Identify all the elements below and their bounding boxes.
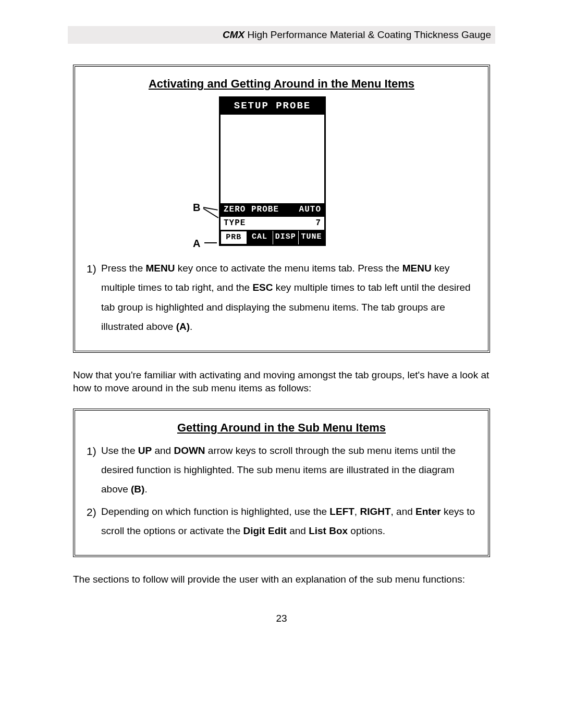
box-activating-menu: Activating and Getting Around in the Men… <box>73 65 490 353</box>
lcd-cell: 7 <box>315 218 321 229</box>
lcd-diagram: B A SETUP PROBE ZERO PROBE AUTO TYPE 7 P… <box>214 96 349 246</box>
header-brand: CMX <box>223 29 244 40</box>
end-paragraph: The sections to follow will provide the … <box>73 573 490 586</box>
step-text: Press the MENU key once to activate the … <box>101 258 476 336</box>
box2-step-1: 1) Use the UP and DOWN arrow keys to scr… <box>87 441 476 499</box>
lcd-tab-cal: CAL <box>247 231 273 244</box>
lcd-tab-disp: DISP <box>273 231 299 244</box>
step-number: 1) <box>87 441 101 499</box>
box1-title: Activating and Getting Around in the Men… <box>87 76 476 92</box>
lcd-tab-bar: PRB CAL DISP TUNE <box>221 230 324 244</box>
step-number: 1) <box>87 258 101 336</box>
box2-step-2: 2) Depending on which function is highli… <box>87 502 476 540</box>
lcd-screen: SETUP PROBE ZERO PROBE AUTO TYPE 7 PRB C… <box>219 96 326 246</box>
lcd-tab-prb: PRB <box>221 231 247 244</box>
step-text: Depending on which function is highlight… <box>101 502 476 540</box>
box1-step-1: 1) Press the MENU key once to activate t… <box>87 258 476 336</box>
lcd-row-type: TYPE 7 <box>221 217 324 230</box>
mid-paragraph: Now that you're familiar with activating… <box>73 368 490 395</box>
lcd-row-zero-probe: ZERO PROBE AUTO <box>221 203 324 217</box>
lcd-cell: TYPE <box>224 218 246 229</box>
callout-line-icon <box>204 242 217 243</box>
page-number: 23 <box>0 612 563 625</box>
box-sub-menu: Getting Around in the Sub Menu Items 1) … <box>73 409 490 557</box>
step-number: 2) <box>87 502 101 540</box>
lcd-title: SETUP PROBE <box>221 98 324 115</box>
lcd-cell: ZERO PROBE <box>224 204 279 216</box>
box2-title: Getting Around in the Sub Menu Items <box>87 420 476 436</box>
callout-label-a: A <box>193 237 200 251</box>
page-header: CMX High Performance Material & Coating … <box>68 26 495 44</box>
step-text: Use the UP and DOWN arrow keys to scroll… <box>101 441 476 499</box>
header-rest: High Performance Material & Coating Thic… <box>244 29 491 40</box>
lcd-blank-area <box>221 115 324 203</box>
callout-label-b: B <box>193 201 200 215</box>
lcd-tab-tune: TUNE <box>299 231 324 244</box>
lcd-cell: AUTO <box>299 204 321 216</box>
